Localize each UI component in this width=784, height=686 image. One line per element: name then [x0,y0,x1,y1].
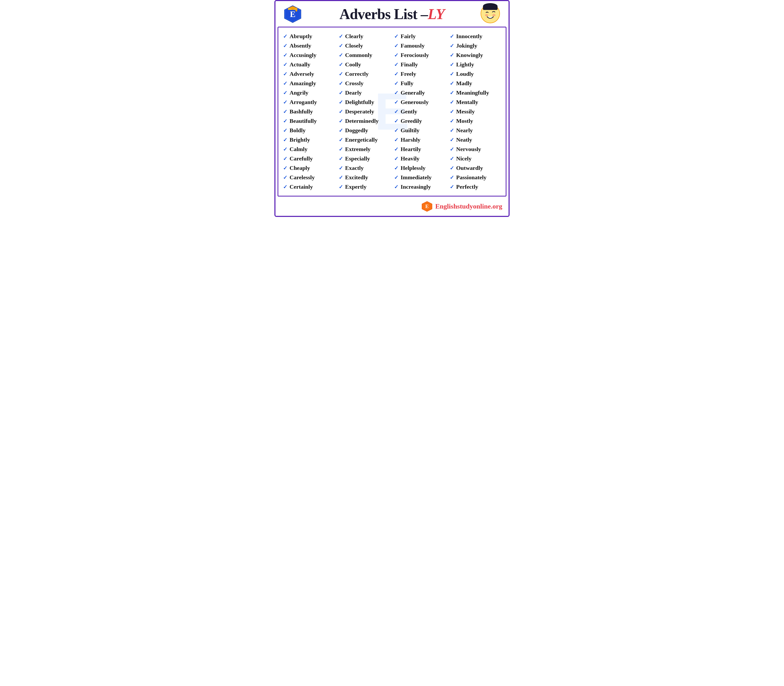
list-item: ✓Greedily [394,116,446,126]
svg-point-10 [485,14,488,16]
word-label: Exactly [345,165,364,172]
list-item: ✓Especially [338,154,391,163]
word-label: Passionately [456,174,487,181]
list-item: ✓Doggedly [338,126,391,135]
list-item: ✓Generally [394,88,446,98]
checkmark-icon: ✓ [394,118,399,124]
list-item: ✓Messily [449,107,502,116]
list-item: ✓Closely [338,41,391,51]
word-label: Perfectly [456,183,478,190]
list-item: ✓Jokingly [449,41,502,51]
checkmark-icon: ✓ [450,81,454,86]
list-item: ✓Lightly [449,60,502,69]
checkmark-icon: ✓ [450,147,454,152]
checkmark-icon: ✓ [394,62,399,67]
word-label: Mentally [456,99,478,106]
list-item: ✓Absently [283,41,335,51]
footer-logo-hex-icon: E [421,201,433,212]
list-item: ✓Expertly [338,182,391,191]
word-label: Carefully [289,155,313,162]
checkmark-icon: ✓ [450,43,454,48]
checkmark-icon: ✓ [450,34,454,39]
list-item: ✓Excitedly [338,173,391,182]
list-item: ✓Determinedly [338,116,391,126]
word-label: Immediately [401,174,432,181]
svg-text:E: E [290,10,296,19]
word-label: Carelessly [289,174,315,181]
checkmark-icon: ✓ [450,184,454,189]
checkmark-icon: ✓ [339,128,343,133]
list-item: ✓Brightly [283,135,335,145]
page: E Adverbs List –LY [274,0,510,217]
word-label: Determinedly [345,118,379,124]
checkmark-icon: ✓ [283,52,287,58]
checkmark-icon: ✓ [283,100,287,105]
word-columns: ✓Abruptly✓Absently✓Accusingly✓Actually✓A… [281,32,503,191]
checkmark-icon: ✓ [283,137,287,142]
checkmark-icon: ✓ [283,43,287,48]
list-item: ✓Actually [283,60,335,69]
checkmark-icon: ✓ [394,52,399,58]
list-item: ✓Ferociously [394,51,446,60]
checkmark-icon: ✓ [283,184,287,189]
checkmark-icon: ✓ [450,118,454,124]
checkmark-icon: ✓ [283,34,287,39]
list-item: ✓Arrogantly [283,98,335,107]
word-label: Coolly [345,61,361,68]
list-item: ✓Mostly [449,116,502,126]
checkmark-icon: ✓ [450,175,454,180]
svg-text:E: E [425,204,429,209]
word-label: Mostly [456,118,473,124]
list-item: ✓Harshly [394,135,446,145]
checkmark-icon: ✓ [283,62,287,67]
checkmark-icon: ✓ [394,184,399,189]
checkmark-icon: ✓ [450,156,454,161]
checkmark-icon: ✓ [450,109,454,114]
checkmark-icon: ✓ [339,165,343,171]
list-item: ✓Coolly [338,60,391,69]
word-label: Bashfully [289,108,313,115]
list-item: ✓Knowingly [449,51,502,60]
word-label: Arrogantly [289,99,317,106]
checkmark-icon: ✓ [450,71,454,77]
list-item: ✓Innocently [449,32,502,41]
word-label: Beautifully [289,118,317,124]
list-item: ✓Helplessly [394,163,446,173]
word-label: Brightly [289,136,310,143]
list-item: ✓Passionately [449,173,502,182]
checkmark-icon: ✓ [450,165,454,171]
list-item: ✓Mentally [449,98,502,107]
list-item: ✓Accusingly [283,51,335,60]
column-1: ✓Abruptly✓Absently✓Accusingly✓Actually✓A… [281,32,336,191]
list-item: ✓Generously [394,98,446,107]
footer: E Englishstudyonline.org [276,199,508,216]
checkmark-icon: ✓ [394,128,399,133]
word-label: Famously [401,42,425,49]
word-label: Cheaply [289,165,310,172]
list-item: ✓Fully [394,78,446,88]
word-label: Abruptly [289,33,312,40]
checkmark-icon: ✓ [394,165,399,171]
checkmark-icon: ✓ [283,128,287,133]
word-label: Nearly [456,127,473,134]
list-item: ✓Crossly [338,78,391,88]
word-label: Madly [456,80,472,87]
list-item: ✓Certainly [283,182,335,191]
list-item: ✓Increasingly [394,182,446,191]
list-item: ✓Heavily [394,154,446,163]
list-item: ✓Amazingly [283,78,335,88]
list-item: ✓Neatly [449,135,502,145]
list-item: ✓Commonly [338,51,391,60]
checkmark-icon: ✓ [394,71,399,77]
list-item: ✓Immediately [394,173,446,182]
word-label: Absently [289,42,311,49]
main-content: E ✓Abruptly✓Absently✓Accusingly✓Actually… [278,27,506,196]
word-label: Lightly [456,61,474,68]
checkmark-icon: ✓ [450,62,454,67]
word-label: Amazingly [289,80,316,87]
list-item: ✓Delightfully [338,98,391,107]
word-label: Angrily [289,89,309,96]
word-label: Doggedly [345,127,368,134]
word-label: Gently [401,108,417,115]
word-label: Accusingly [289,52,317,59]
